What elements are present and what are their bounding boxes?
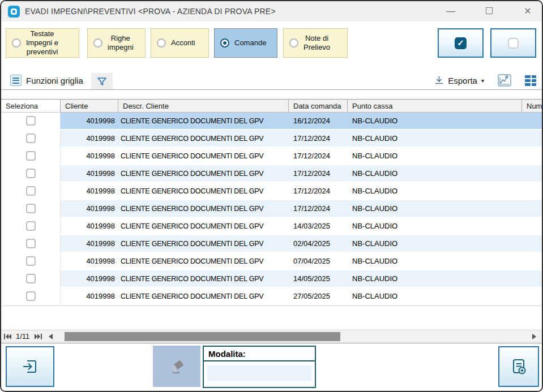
cell-punto-cassa: NB-CLAUDIO — [348, 235, 522, 252]
option-righe-impegni[interactable]: Righe impegni — [87, 28, 146, 58]
scrollbar-thumb[interactable] — [65, 332, 340, 341]
grid-functions-button[interactable]: Funzioni griglia — [10, 75, 83, 86]
close-icon[interactable]: ✕ — [521, 7, 534, 16]
row-checkbox[interactable] — [26, 151, 36, 161]
table-row[interactable]: 4019998CLIENTE GENERICO DOCUMENTI DEL GP… — [1, 270, 542, 288]
table-body: 4019998CLIENTE GENERICO DOCUMENTI DEL GP… — [1, 113, 542, 306]
table-row[interactable]: 4019998CLIENTE GENERICO DOCUMENTI DEL GP… — [1, 165, 542, 183]
modalita-input[interactable] — [207, 365, 311, 381]
scroll-right-button[interactable] — [527, 334, 542, 339]
option-comande[interactable]: Comande — [214, 28, 277, 58]
cell-descr-cliente: CLIENTE GENERICO DOCUMENTI DEL GPV — [118, 235, 289, 252]
exit-button[interactable] — [6, 346, 54, 387]
table-header-row: Seleziona Cliente Descr. Cliente Data co… — [1, 99, 542, 113]
cell-seleziona — [1, 113, 61, 129]
first-page-button[interactable] — [1, 334, 14, 339]
cell-data-comanda: 27/05/2025 — [289, 288, 348, 304]
table-row[interactable]: 4019998CLIENTE GENERICO DOCUMENTI DEL GP… — [1, 253, 542, 270]
row-checkbox[interactable] — [26, 169, 36, 178]
cell-numero — [522, 270, 543, 287]
last-page-button[interactable] — [32, 334, 44, 339]
filter-funnel-icon — [97, 76, 107, 87]
minimize-icon[interactable]: — — [444, 7, 457, 16]
cell-seleziona — [1, 288, 61, 304]
cell-seleziona — [1, 218, 61, 234]
column-header-punto-cassa[interactable]: Punto cassa — [348, 100, 522, 112]
cell-data-comanda: 17/12/2024 — [289, 130, 348, 147]
cell-numero — [522, 235, 543, 252]
table-row[interactable]: 4019998CLIENTE GENERICO DOCUMENTI DEL GP… — [1, 218, 542, 235]
column-header-cliente[interactable]: Cliente — [61, 100, 118, 112]
title-bar: EVADI IMPEGNI\PREVENTIVI <PROVA - AZIEND… — [1, 1, 542, 21]
cell-data-comanda: 17/12/2024 — [289, 200, 348, 217]
row-checkbox[interactable] — [26, 116, 36, 126]
cell-punto-cassa: NB-CLAUDIO — [348, 130, 522, 147]
row-checkbox[interactable] — [26, 204, 36, 213]
option-testate-impegni[interactable]: Testate Impegni e preventivi — [6, 28, 79, 58]
line-chart-icon — [498, 74, 511, 87]
column-header-descr-cliente[interactable]: Descr. Cliente — [118, 100, 289, 112]
cell-descr-cliente: CLIENTE GENERICO DOCUMENTI DEL GPV — [118, 183, 289, 199]
row-checkbox[interactable] — [26, 133, 36, 143]
list-add-icon — [510, 357, 528, 376]
add-to-list-button[interactable] — [498, 346, 539, 387]
cell-cliente: 4019998 — [61, 200, 118, 217]
row-checkbox[interactable] — [26, 239, 36, 248]
cell-numero — [522, 218, 543, 234]
row-checkbox[interactable] — [26, 291, 36, 301]
table-row[interactable]: 4019998CLIENTE GENERICO DOCUMENTI DEL GP… — [1, 235, 542, 253]
column-header-seleziona[interactable]: Seleziona — [1, 100, 61, 112]
radio-icon[interactable] — [93, 38, 102, 48]
cell-descr-cliente: CLIENTE GENERICO DOCUMENTI DEL GPV — [118, 218, 289, 234]
table-row[interactable]: 4019998CLIENTE GENERICO DOCUMENTI DEL GP… — [1, 113, 542, 130]
scroll-left-button[interactable] — [44, 334, 57, 339]
cell-descr-cliente: CLIENTE GENERICO DOCUMENTI DEL GPV — [118, 200, 289, 217]
column-header-numero[interactable]: Numero — [522, 100, 542, 112]
radio-icon[interactable] — [12, 38, 21, 48]
table-row[interactable]: 4019998CLIENTE GENERICO DOCUMENTI DEL GP… — [1, 148, 542, 165]
cell-cliente: 4019998 — [61, 235, 118, 252]
cell-data-comanda: 17/12/2024 — [289, 148, 348, 164]
cell-numero — [522, 165, 543, 182]
cell-punto-cassa: NB-CLAUDIO — [348, 253, 522, 269]
checkbox-checked-icon[interactable]: ✓ — [455, 37, 467, 49]
cell-seleziona — [1, 148, 61, 164]
table-row[interactable]: 4019998CLIENTE GENERICO DOCUMENTI DEL GP… — [1, 183, 542, 200]
export-button[interactable]: Esporta ▾ — [434, 76, 484, 85]
filter-button[interactable] — [91, 73, 113, 89]
cell-cliente: 4019998 — [61, 270, 118, 287]
horizontal-scrollbar[interactable] — [57, 330, 527, 342]
cell-punto-cassa: NB-CLAUDIO — [348, 148, 522, 164]
app-window: EVADI IMPEGNI\PREVENTIVI <PROVA - AZIEND… — [0, 0, 543, 392]
cell-cliente: 4019998 — [61, 288, 118, 304]
cell-descr-cliente: CLIENTE GENERICO DOCUMENTI DEL GPV — [118, 253, 289, 269]
grid-view-button[interactable] — [525, 75, 536, 86]
option-note-di-prelievo[interactable]: Note di Prelievo — [283, 28, 348, 58]
row-checkbox[interactable] — [26, 256, 36, 266]
option-acconti[interactable]: Acconti — [151, 28, 209, 58]
cell-descr-cliente: CLIENTE GENERICO DOCUMENTI DEL GPV — [118, 148, 289, 164]
chart-button[interactable] — [498, 74, 511, 87]
table-row[interactable]: 4019998CLIENTE GENERICO DOCUMENTI DEL GP… — [1, 130, 542, 148]
toggle-checked-panel[interactable]: ✓ — [438, 28, 484, 58]
cell-punto-cassa: NB-CLAUDIO — [348, 218, 522, 234]
grid-icon — [525, 75, 536, 86]
row-checkbox[interactable] — [26, 186, 36, 196]
chevron-down-icon: ▾ — [481, 77, 484, 84]
cell-punto-cassa: NB-CLAUDIO — [348, 270, 522, 287]
row-checkbox[interactable] — [26, 221, 36, 231]
table-row[interactable]: 4019998CLIENTE GENERICO DOCUMENTI DEL GP… — [1, 200, 542, 218]
radio-icon[interactable] — [220, 38, 229, 48]
radio-icon[interactable] — [289, 38, 298, 48]
table-row[interactable]: 4019998CLIENTE GENERICO DOCUMENTI DEL GP… — [1, 288, 542, 305]
maximize-icon[interactable] — [483, 7, 495, 16]
checkbox-unchecked-icon[interactable] — [508, 38, 519, 49]
column-header-data-comanda[interactable]: Data comanda — [289, 100, 348, 112]
modalita-label: Modalita: — [208, 349, 246, 359]
app-icon — [8, 6, 20, 18]
cell-descr-cliente: CLIENTE GENERICO DOCUMENTI DEL GPV — [118, 270, 289, 287]
row-checkbox[interactable] — [26, 274, 36, 283]
radio-icon[interactable] — [157, 38, 166, 48]
toggle-unchecked-panel[interactable] — [490, 28, 536, 58]
cell-seleziona — [1, 235, 61, 252]
